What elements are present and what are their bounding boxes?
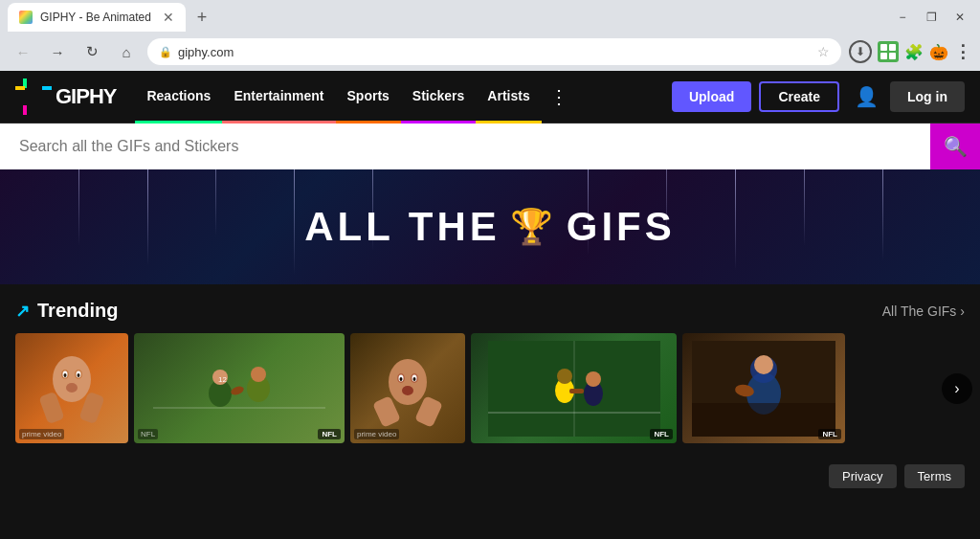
extensions-puzzle-icon[interactable]: 🧩 xyxy=(904,43,924,61)
gif-row: prime video 12 xyxy=(15,333,965,443)
banner-text: ALL THE 🏆 GIFS xyxy=(304,204,676,250)
search-button[interactable]: 🔍 xyxy=(930,124,980,169)
all-gifs-link[interactable]: All The GIFs › xyxy=(882,303,965,319)
restore-button[interactable]: ❐ xyxy=(919,5,944,30)
new-tab-button[interactable]: + xyxy=(189,6,215,30)
nav-link-stickers[interactable]: Stickers xyxy=(401,71,476,124)
address-bar[interactable]: 🔒 giphy.com ☆ xyxy=(147,38,841,65)
bookmark-icon[interactable]: ☆ xyxy=(817,44,830,59)
gif-next-button[interactable]: › xyxy=(942,373,972,404)
browser-extensions: ⬇ 🧩 🎃 ⋮ xyxy=(849,40,970,63)
gif-overlay-2: NFL xyxy=(138,429,158,439)
trending-label: Trending xyxy=(37,300,118,322)
gif-item-5[interactable]: NFL xyxy=(682,333,845,443)
trending-title: ↗ Trending xyxy=(15,300,118,322)
url-display: giphy.com xyxy=(178,45,812,59)
gif-item-4[interactable]: NFL xyxy=(471,333,677,443)
giphy-logo[interactable]: GIPHY xyxy=(15,79,116,115)
svg-point-41 xyxy=(754,355,773,374)
nav-link-artists[interactable]: Artists xyxy=(476,71,541,124)
giphy-website: GIPHY Reactions Entertainment Sports Sti… xyxy=(0,71,980,539)
reload-button[interactable]: ↻ xyxy=(78,38,105,65)
download-icon[interactable]: ⬇ xyxy=(849,40,872,63)
logo-icon xyxy=(15,79,52,115)
nav-link-reactions[interactable]: Reactions xyxy=(135,71,222,124)
lock-icon: 🔒 xyxy=(159,46,172,58)
svg-point-17 xyxy=(251,367,266,382)
extension-avatar-icon[interactable]: 🎃 xyxy=(929,43,948,61)
gif-placeholder-1 xyxy=(15,333,128,443)
tab-favicon xyxy=(19,11,33,24)
browser-more-button[interactable]: ⋮ xyxy=(954,41,970,62)
svg-point-7 xyxy=(78,373,80,377)
trending-header: ↗ Trending All The GIFs › xyxy=(15,300,965,322)
nfl-badge-2: NFL xyxy=(318,429,341,439)
extensions-grid-icon[interactable] xyxy=(878,41,899,62)
nfl-badge-5: NFL xyxy=(818,429,841,439)
nav-link-sports[interactable]: Sports xyxy=(336,71,401,124)
gif-placeholder-5 xyxy=(682,333,845,443)
trending-arrow-icon: ↗ xyxy=(15,301,30,322)
svg-text:12: 12 xyxy=(218,375,227,384)
close-button[interactable]: ✕ xyxy=(947,5,972,30)
logo-text: GIPHY xyxy=(56,84,116,109)
create-button[interactable]: Create xyxy=(759,81,839,112)
search-container: 🔍 xyxy=(0,124,980,169)
tab-title: GIPHY - Be Animated xyxy=(40,11,151,24)
user-icon[interactable]: 👤 xyxy=(855,85,879,108)
nav-link-entertainment[interactable]: Entertainment xyxy=(222,71,335,124)
svg-point-34 xyxy=(557,369,572,384)
trending-section: ↗ Trending All The GIFs › xyxy=(0,284,980,459)
minimize-button[interactable]: − xyxy=(890,5,915,30)
forward-button[interactable]: → xyxy=(44,38,71,65)
privacy-button[interactable]: Privacy xyxy=(829,464,897,488)
gif-item-1[interactable]: prime video xyxy=(15,333,128,443)
search-icon: 🔍 xyxy=(944,135,968,158)
browser-tab[interactable]: GIPHY - Be Animated ✕ xyxy=(8,3,186,32)
footer-row: Privacy Terms xyxy=(0,459,980,494)
svg-point-1 xyxy=(53,356,91,402)
gif-placeholder-2: 12 xyxy=(134,333,345,443)
window-controls: − ❐ ✕ xyxy=(890,5,972,30)
gif-placeholder-3 xyxy=(350,333,465,443)
upload-button[interactable]: Upload xyxy=(672,81,751,112)
nav-actions: Upload Create 👤 Log in xyxy=(672,81,965,112)
gif-overlay-1: prime video xyxy=(19,429,64,439)
terms-button[interactable]: Terms xyxy=(904,464,965,488)
svg-rect-43 xyxy=(692,403,835,437)
banner-text-part1: ALL THE xyxy=(304,204,501,250)
back-button[interactable]: ← xyxy=(10,38,36,65)
gif-overlay-3: prime video xyxy=(354,429,399,439)
gif-placeholder-4 xyxy=(471,333,677,443)
svg-point-25 xyxy=(400,377,403,381)
gif-item-2[interactable]: 12 NFL NFL xyxy=(134,333,345,443)
search-input[interactable] xyxy=(0,124,930,169)
svg-rect-35 xyxy=(569,389,584,393)
tab-close-button[interactable]: ✕ xyxy=(163,10,174,25)
banner: ALL THE 🏆 GIFS xyxy=(0,169,980,284)
svg-point-27 xyxy=(402,386,413,395)
emmy-icon: 🏆 xyxy=(510,207,557,247)
nfl-badge-4: NFL xyxy=(650,429,673,439)
svg-point-6 xyxy=(64,373,67,377)
main-nav: GIPHY Reactions Entertainment Sports Sti… xyxy=(0,71,980,124)
gif-item-3[interactable]: prime video xyxy=(350,333,465,443)
svg-point-37 xyxy=(586,371,601,387)
login-button[interactable]: Log in xyxy=(890,81,965,112)
home-button[interactable]: ⌂ xyxy=(113,38,140,65)
all-gifs-chevron: › xyxy=(960,303,965,319)
banner-text-part2: GIFS xyxy=(567,204,676,250)
svg-point-26 xyxy=(413,377,416,381)
svg-point-8 xyxy=(66,383,78,393)
nav-more-button[interactable]: ⋮ xyxy=(542,85,576,108)
nav-links: Reactions Entertainment Sports Stickers … xyxy=(135,71,671,124)
svg-point-20 xyxy=(389,359,427,405)
all-gifs-label: All The GIFs xyxy=(882,303,957,319)
